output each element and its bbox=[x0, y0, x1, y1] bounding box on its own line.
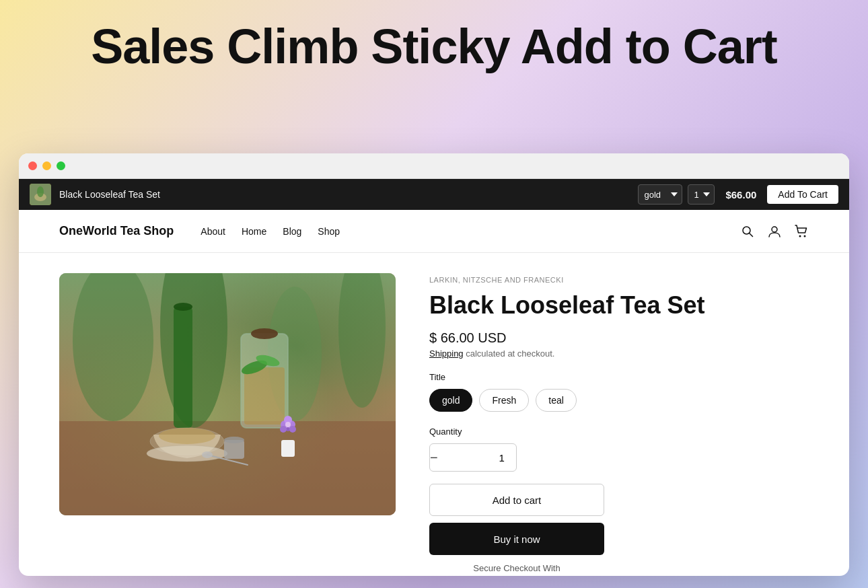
secure-checkout-text: Secure Checkout With bbox=[429, 563, 604, 573]
svg-point-6 bbox=[799, 235, 801, 237]
svg-rect-8 bbox=[59, 421, 396, 515]
product-image-placeholder bbox=[59, 273, 396, 515]
svg-line-4 bbox=[750, 233, 753, 236]
buy-now-button[interactable]: Buy it now bbox=[429, 523, 604, 555]
store-logo: OneWorld Tea Shop bbox=[59, 224, 174, 238]
browser-window: Black Looseleaf Tea Set gold Fresh teal … bbox=[19, 153, 849, 576]
vendor-name: LARKIN, NITZSCHE AND FRANECKI bbox=[429, 276, 809, 284]
shipping-link[interactable]: Shipping bbox=[429, 348, 464, 359]
sticky-product-thumbnail bbox=[30, 184, 51, 205]
svg-rect-16 bbox=[244, 367, 285, 425]
svg-point-12 bbox=[338, 273, 386, 408]
sticky-product-name: Black Looseleaf Tea Set bbox=[59, 189, 630, 200]
title-options: gold Fresh teal bbox=[429, 389, 809, 412]
quantity-input[interactable] bbox=[438, 452, 517, 464]
page-headline: Sales Climb Sticky Add to Cart bbox=[0, 0, 868, 87]
svg-point-10 bbox=[160, 273, 227, 428]
traffic-lights bbox=[28, 161, 65, 170]
svg-point-5 bbox=[772, 227, 777, 232]
shipping-calculated: calculated at checkout. bbox=[466, 348, 554, 359]
variant-option-fresh[interactable]: Fresh bbox=[479, 389, 529, 412]
browser-chrome bbox=[19, 153, 849, 179]
title-option-label: Title bbox=[429, 372, 809, 382]
sticky-add-to-cart-button[interactable]: Add To Cart bbox=[767, 185, 838, 204]
nav-link-about[interactable]: About bbox=[201, 226, 225, 237]
svg-point-19 bbox=[159, 428, 215, 444]
svg-rect-32 bbox=[281, 440, 295, 457]
svg-point-9 bbox=[73, 273, 153, 421]
cart-icon[interactable] bbox=[794, 224, 809, 239]
store-nav: OneWorld Tea Shop About Home Blog Shop bbox=[19, 210, 849, 253]
search-icon[interactable] bbox=[740, 224, 755, 239]
product-info: LARKIN, NITZSCHE AND FRANECKI Black Loos… bbox=[429, 273, 809, 556]
svg-point-7 bbox=[804, 235, 806, 237]
product-title: Black Looseleaf Tea Set bbox=[429, 291, 809, 320]
sticky-controls: gold Fresh teal 1 2 3 $66.00 Add To Cart bbox=[638, 184, 838, 205]
svg-point-17 bbox=[251, 328, 278, 339]
product-area: LARKIN, NITZSCHE AND FRANECKI Black Loos… bbox=[19, 253, 849, 576]
sticky-bar: Black Looseleaf Tea Set gold Fresh teal … bbox=[19, 179, 849, 210]
nav-link-home[interactable]: Home bbox=[242, 226, 266, 237]
svg-point-20 bbox=[147, 445, 227, 462]
svg-point-24 bbox=[224, 437, 244, 443]
sticky-variant-select[interactable]: gold Fresh teal bbox=[638, 184, 682, 205]
account-icon[interactable] bbox=[767, 224, 782, 239]
traffic-light-green[interactable] bbox=[57, 161, 65, 170]
traffic-light-red[interactable] bbox=[28, 161, 37, 170]
quantity-label: Quantity bbox=[429, 427, 809, 437]
svg-rect-13 bbox=[174, 307, 192, 428]
product-price: $ 66.00 USD bbox=[429, 330, 809, 346]
nav-link-shop[interactable]: Shop bbox=[318, 226, 340, 237]
product-image bbox=[59, 273, 396, 515]
quantity-decrease-button[interactable]: − bbox=[430, 444, 438, 471]
sticky-price: $66.00 bbox=[720, 189, 762, 200]
svg-point-14 bbox=[174, 303, 192, 311]
nav-links: About Home Blog Shop bbox=[201, 226, 740, 237]
svg-point-30 bbox=[289, 426, 296, 433]
traffic-light-yellow[interactable] bbox=[42, 161, 51, 170]
svg-point-2 bbox=[37, 186, 44, 197]
variant-option-teal[interactable]: teal bbox=[536, 389, 577, 412]
svg-point-22 bbox=[202, 451, 213, 458]
svg-point-31 bbox=[285, 422, 291, 427]
add-to-cart-button[interactable]: Add to cart bbox=[429, 484, 604, 516]
sticky-quantity-select[interactable]: 1 2 3 bbox=[688, 184, 715, 205]
nav-link-blog[interactable]: Blog bbox=[283, 226, 301, 237]
variant-option-gold[interactable]: gold bbox=[429, 389, 472, 412]
nav-icons bbox=[740, 224, 809, 239]
quantity-control: − + bbox=[429, 443, 517, 472]
shipping-note: Shipping calculated at checkout. bbox=[429, 348, 809, 359]
svg-point-29 bbox=[280, 426, 287, 433]
